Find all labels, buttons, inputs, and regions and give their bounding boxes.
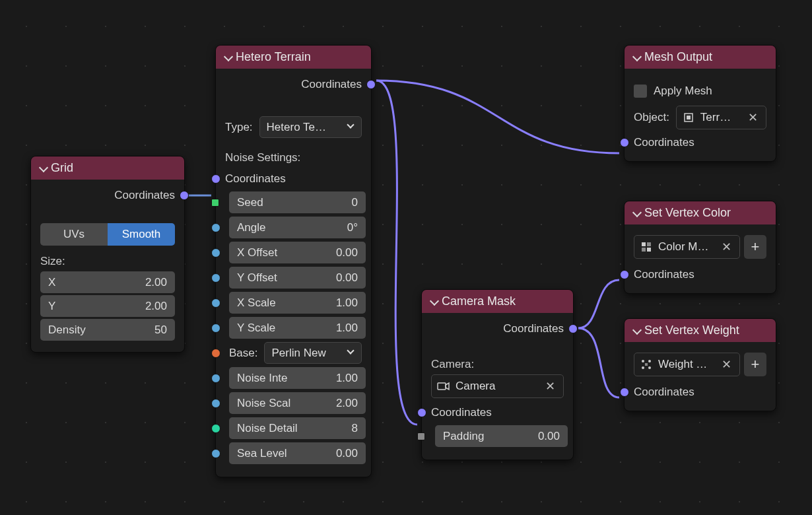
node-hetero-terrain[interactable]: Hetero Terrain Coordinates Type: Hetero … [215,45,372,477]
output-coordinates[interactable]: Coordinates [40,186,175,205]
socket-input[interactable] [211,349,220,358]
camera-label: Camera: [431,354,564,372]
object-field[interactable]: Terr… ✕ [676,106,766,129]
svg-rect-4 [647,242,651,246]
param-sea-level[interactable]: Sea Level 0.00 [225,442,362,464]
size-label: Size: [40,251,175,269]
node-mesh-output[interactable]: Mesh Output Apply Mesh Object: Terr… ✕ C… [624,45,776,162]
input-coordinates[interactable]: Coordinates [634,265,766,284]
param-noise-inte[interactable]: Noise Inte 1.00 [225,367,362,389]
svg-point-9 [642,366,644,369]
socket-input[interactable] [417,432,425,440]
socket-input[interactable] [211,324,220,333]
collapse-icon[interactable] [224,53,232,61]
socket-input[interactable] [620,138,629,147]
toggle-uvs[interactable]: UVs [40,223,108,246]
chevron-down-icon [347,348,355,356]
input-coordinates[interactable]: Coordinates [634,133,766,152]
svg-rect-11 [645,363,648,366]
socket-input[interactable] [417,408,426,417]
socket-input[interactable] [620,270,629,279]
output-coordinates[interactable]: Coordinates [431,320,564,338]
param-x-offset[interactable]: X Offset 0.00 [225,242,362,263]
field-density[interactable]: Density 50 [40,319,175,341]
clear-icon[interactable]: ✕ [719,357,734,372]
socket-input[interactable] [211,298,220,308]
output-coordinates[interactable]: Coordinates [225,75,362,94]
svg-point-8 [648,360,651,362]
node-header-grid[interactable]: Grid [31,156,184,180]
camera-object-field[interactable]: Camera ✕ [431,374,564,398]
socket-input[interactable] [211,374,220,383]
field-size-x[interactable]: X 2.00 [40,271,175,293]
socket-input[interactable] [211,273,220,283]
node-title: Set Vertex Weight [644,324,739,337]
node-title: Mesh Output [644,50,712,64]
add-button[interactable]: + [744,353,766,376]
vertex-color-icon [640,240,653,254]
apply-mesh-checkbox[interactable]: Apply Mesh [634,81,766,102]
color-map-field[interactable]: Color M… ✕ [634,235,740,259]
socket-input[interactable] [211,424,220,433]
collapse-icon[interactable] [632,209,640,217]
input-coordinates[interactable]: Coordinates [634,383,766,401]
node-header-hetero[interactable]: Hetero Terrain [216,46,371,69]
input-coordinates[interactable]: Coordinates [431,403,564,422]
socket-output[interactable] [180,191,189,200]
collapse-icon[interactable] [430,298,438,306]
noise-settings-label: Noise Settings: [225,147,362,166]
socket-output[interactable] [568,324,578,333]
node-camera-mask[interactable]: Camera Mask Coordinates Camera: Camera ✕… [421,289,574,460]
node-header-mesh-output[interactable]: Mesh Output [625,46,776,69]
weight-map-field[interactable]: Weight … ✕ [634,353,740,376]
param-padding[interactable]: Padding 0.00 [431,425,564,447]
add-button[interactable]: + [744,235,766,259]
node-title: Grid [51,161,73,175]
collapse-icon[interactable] [632,53,640,61]
input-coordinates[interactable]: Coordinates [225,170,362,188]
checkbox-icon[interactable] [634,85,647,98]
field-size-y[interactable]: Y 2.00 [40,295,175,317]
type-dropdown[interactable]: Hetero Te… [259,116,362,138]
collapse-icon[interactable] [39,164,47,172]
socket-input[interactable] [211,223,220,232]
uv-smooth-toggle[interactable]: UVs Smooth [40,223,175,246]
socket-input[interactable] [211,199,219,207]
param-seed[interactable]: Seed 0 [225,191,362,213]
vertex-weight-icon [640,358,653,371]
socket-output[interactable] [366,80,376,89]
node-grid[interactable]: Grid Coordinates UVs Smooth Size: X 2.00… [30,156,185,353]
color-map-row: Color M… ✕ + [634,235,766,259]
param-x-scale[interactable]: X Scale 1.00 [225,292,362,314]
node-header-set-vertex-weight[interactable]: Set Vertex Weight [625,319,776,342]
param-noise-scal[interactable]: Noise Scal 2.00 [225,392,362,414]
node-header-camera-mask[interactable]: Camera Mask [422,290,573,313]
node-set-vertex-weight[interactable]: Set Vertex Weight Weight … ✕ + Coordinat… [624,318,776,411]
socket-input[interactable] [211,248,220,258]
camera-icon [437,380,450,393]
base-dropdown[interactable]: Perlin New [264,342,362,364]
clear-icon[interactable]: ✕ [745,110,761,125]
socket-input[interactable] [211,449,220,458]
weight-map-row: Weight … ✕ + [634,353,766,376]
svg-rect-5 [642,248,646,252]
clear-icon[interactable]: ✕ [719,240,734,254]
clear-icon[interactable]: ✕ [543,379,558,394]
node-header-set-vertex-color[interactable]: Set Vertex Color [625,201,776,224]
node-title: Camera Mask [442,294,516,308]
param-y-offset[interactable]: Y Offset 0.00 [225,267,362,289]
collapse-icon[interactable] [632,327,640,335]
param-angle[interactable]: Angle 0° [225,217,362,238]
socket-input[interactable] [620,388,629,397]
socket-input[interactable] [211,174,220,184]
base-row[interactable]: Base: Perlin New [225,342,362,364]
param-y-scale[interactable]: Y Scale 1.00 [225,317,362,339]
socket-input[interactable] [211,399,220,408]
node-set-vertex-color[interactable]: Set Vertex Color Color M… ✕ + Coordinate… [624,201,776,294]
svg-rect-0 [438,383,446,390]
param-noise-detail[interactable]: Noise Detail 8 [225,417,362,439]
svg-rect-2 [687,116,691,120]
toggle-smooth[interactable]: Smooth [108,223,175,246]
object-icon [682,111,695,124]
svg-rect-3 [642,242,646,246]
